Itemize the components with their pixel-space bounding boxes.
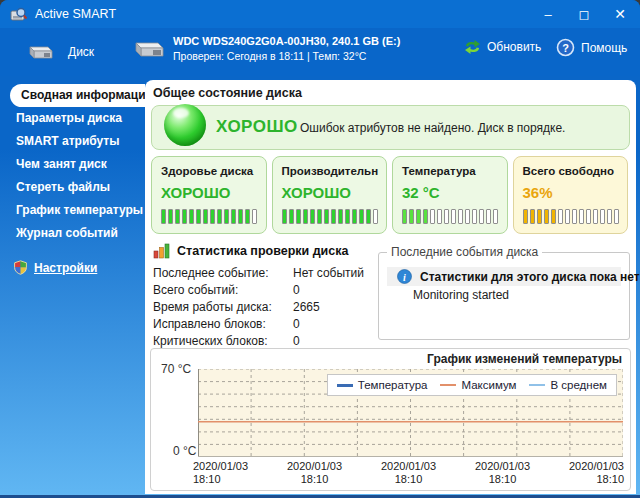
status-card-0: Здоровье дискаХОРОШО [151, 156, 267, 234]
x-tick-time: 18:10 [475, 473, 530, 486]
sidebar-item-4[interactable]: Стереть файлы [0, 176, 145, 199]
level-segment [296, 209, 301, 224]
maximize-button[interactable]: ◻ [568, 0, 600, 28]
help-button[interactable]: ? Помощь [556, 38, 627, 57]
stat-label: Исправлено блоков: [153, 317, 293, 331]
level-segment [430, 209, 435, 224]
legend-item-2: В среднем [529, 379, 607, 391]
card-title: Производительн [282, 165, 379, 177]
level-segment [458, 209, 463, 224]
x-axis-labels: 2020/01/0318:102020/01/0318:102020/01/03… [193, 460, 624, 486]
status-orb-icon [164, 104, 206, 146]
stats-table: Последнее событие:Нет событийВсего событ… [153, 264, 375, 349]
status-card-1: ПроизводительнХОРОШО [272, 156, 388, 234]
level-segment [537, 209, 542, 224]
app-icon [10, 6, 27, 23]
refresh-button[interactable]: Обновить [464, 40, 541, 54]
level-segment [530, 209, 535, 224]
level-segment [324, 209, 329, 224]
stat-label: Критических блоков: [153, 334, 293, 348]
level-segment [189, 209, 194, 224]
sidebar-item-0[interactable]: Сводная информация [10, 84, 145, 107]
sidebar-item-1[interactable]: Параметры диска [0, 107, 145, 130]
disk-selector-label: Диск [68, 45, 94, 59]
level-segment [465, 209, 470, 224]
close-button[interactable]: ✕ [604, 0, 636, 28]
level-segment [586, 209, 591, 224]
level-segment [544, 209, 549, 224]
card-value: ХОРОШО [282, 184, 379, 201]
legend-label: Максимум [461, 379, 516, 391]
level-segment [437, 209, 442, 224]
event-submessage: Monitoring started [413, 288, 509, 302]
stat-row-4: Критических блоков:0 [153, 332, 375, 349]
level-segment [558, 209, 563, 224]
x-tick-time: 18:10 [381, 473, 436, 486]
x-tick-0: 2020/01/0318:10 [193, 460, 248, 486]
level-segment [203, 209, 208, 224]
level-segment [224, 209, 229, 224]
help-label: Помощь [581, 41, 627, 55]
legend-swatch [440, 384, 456, 386]
level-segment [238, 209, 243, 224]
security-shield-icon [13, 260, 28, 275]
x-tick-date: 2020/01/03 [381, 460, 436, 473]
level-segment [416, 209, 421, 224]
card-value: 36% [523, 184, 620, 201]
legend-swatch [529, 384, 545, 386]
level-segment [345, 209, 350, 224]
title-bar: Active SMART – ◻ ✕ [0, 0, 640, 28]
sidebar-item-settings[interactable]: Настройки [0, 256, 145, 279]
svg-text:i: i [403, 272, 406, 283]
sidebar-item-3[interactable]: Чем занят диск [0, 153, 145, 176]
events-groupbox: Последние события диска i Статистики для… [378, 252, 630, 340]
status-cards: Здоровье дискаХОРОШОПроизводительнХОРОШО… [151, 156, 628, 234]
event-message: i Статистики для этого диска пока нет [397, 269, 640, 284]
level-segment [472, 209, 477, 224]
x-tick-2: 2020/01/0318:10 [381, 460, 436, 486]
temperature-chart: График изменений температуры 70 °C 0 °C … [150, 348, 631, 491]
level-segment [366, 209, 371, 224]
x-tick-time: 18:10 [287, 473, 342, 486]
sidebar-item-2[interactable]: SMART атрибуты [0, 130, 145, 153]
x-tick-time: 18:10 [193, 473, 248, 486]
event-item: i Статистики для этого диска пока нет [387, 267, 621, 286]
status-card-3: Всего свободно36% [513, 156, 629, 234]
card-value: 32 °C [402, 184, 499, 201]
level-segment [409, 209, 414, 224]
level-segment [600, 209, 605, 224]
level-segment [614, 209, 619, 224]
level-segment [479, 209, 484, 224]
level-segment [493, 209, 498, 224]
drive-name: WDC WDS240G2G0A-00JH30, 240.1 GB (E:) [173, 34, 400, 49]
disk-selector[interactable]: Диск [26, 36, 94, 68]
info-icon: i [397, 269, 412, 284]
level-segment [175, 209, 180, 224]
sidebar-menu: Сводная информацияПараметры дискаSMART а… [0, 84, 145, 245]
y-axis-max-label: 70 °C [161, 362, 191, 376]
level-segment [352, 209, 357, 224]
level-segment [402, 209, 407, 224]
sidebar-item-5[interactable]: График температуры [0, 199, 145, 222]
level-segment [359, 209, 364, 224]
main-panel: Общее состояние диска ХОРОШО Ошибок атри… [145, 80, 636, 494]
level-segment [373, 209, 378, 224]
level-segment [486, 209, 491, 224]
level-segment [565, 209, 570, 224]
card-level-bar [282, 209, 379, 224]
refresh-label: Обновить [487, 40, 541, 54]
card-value: ХОРОШО [161, 184, 258, 201]
level-segment [317, 209, 322, 224]
stat-value: 0 [293, 317, 300, 331]
level-segment [245, 209, 250, 224]
card-title: Здоровье диска [161, 165, 258, 177]
level-segment [303, 209, 308, 224]
refresh-icon [464, 40, 481, 54]
level-segment [217, 209, 222, 224]
y-axis-min-label: 0 °C [173, 444, 196, 458]
stats-title: Статистика проверки диска [177, 244, 348, 258]
minimize-button[interactable]: – [532, 0, 564, 28]
sidebar-item-6[interactable]: Журнал событий [0, 222, 145, 245]
legend-label: В среднем [550, 379, 607, 391]
x-tick-date: 2020/01/03 [287, 460, 342, 473]
